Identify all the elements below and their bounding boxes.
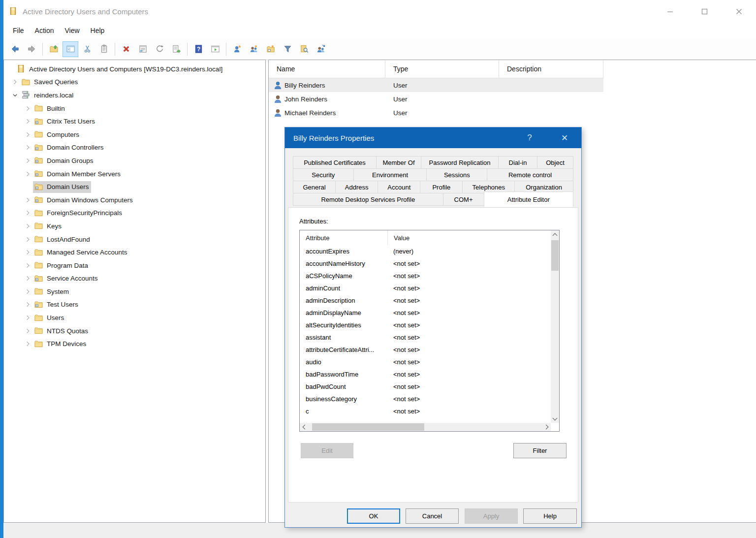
chevron-right-icon[interactable] xyxy=(22,222,33,230)
vertical-scroll-thumb[interactable] xyxy=(551,240,559,271)
tab-dial-in[interactable]: Dial-in xyxy=(498,156,537,169)
properties-button[interactable] xyxy=(135,41,151,57)
export-list-button[interactable] xyxy=(168,41,184,57)
attribute-row-badpwdcount[interactable]: badPwdCount<not set> xyxy=(300,380,551,393)
tree-node[interactable]: LostAndFound xyxy=(33,233,92,245)
column-header-name[interactable]: Name xyxy=(269,60,385,78)
tab-sessions[interactable]: Sessions xyxy=(426,168,487,181)
attribute-row-audio[interactable]: audio<not set> xyxy=(300,356,551,368)
column-header-type[interactable]: Type xyxy=(385,60,499,78)
attribute-row-badpasswordtime[interactable]: badPasswordTime<not set> xyxy=(300,368,551,380)
tree-item-foreignsecurityprincipals[interactable]: ForeignSecurityPrincipals xyxy=(4,207,265,220)
dialog-help-button[interactable]: ? xyxy=(521,127,538,148)
tree-node[interactable]: Domain Controllers xyxy=(33,142,106,154)
chevron-right-icon[interactable] xyxy=(22,209,33,218)
tree-item-reinders-local[interactable]: reinders.local xyxy=(4,89,265,102)
menu-view[interactable]: View xyxy=(59,24,85,37)
filter-button[interactable] xyxy=(280,41,295,57)
up-level-button[interactable] xyxy=(46,41,62,57)
scroll-down-icon[interactable] xyxy=(551,414,559,423)
tree-node[interactable]: Program Data xyxy=(33,259,90,271)
tab-attribute-editor[interactable]: Attribute Editor xyxy=(484,191,573,207)
tree-node[interactable]: Service Accounts xyxy=(33,273,100,285)
dialog-titlebar[interactable]: Billy Reinders Properties ? ✕ xyxy=(285,127,581,148)
attribute-row-assistant[interactable]: assistant<not set> xyxy=(300,331,551,344)
tree-node[interactable]: Builtin xyxy=(33,102,67,114)
vertical-scrollbar[interactable] xyxy=(551,230,559,423)
chevron-right-icon[interactable] xyxy=(22,143,33,152)
tree-item-domain-windows-computers[interactable]: Domain Windows Computers xyxy=(4,193,265,207)
attribute-row-c[interactable]: c<not set> xyxy=(300,405,551,417)
tab-remote-desktop-services-profile[interactable]: Remote Desktop Services Profile xyxy=(293,193,443,206)
tab-published-certificates[interactable]: Published Certificates xyxy=(293,156,377,169)
tree-item-keys[interactable]: Keys xyxy=(4,220,265,233)
tree-item-saved-queries[interactable]: Saved Queries xyxy=(4,76,265,89)
help-button[interactable]: Help xyxy=(523,508,577,524)
attribute-row-admindisplayname[interactable]: adminDisplayName<not set> xyxy=(300,307,551,319)
menu-file[interactable]: File xyxy=(7,24,30,37)
tab-object[interactable]: Object xyxy=(537,156,573,169)
tree-node[interactable]: Active Directory Users and Computers [WS… xyxy=(15,63,224,75)
list-item-billy-reinders[interactable]: Billy ReindersUser xyxy=(269,78,603,92)
close-button[interactable] xyxy=(722,0,756,23)
chevron-right-icon[interactable] xyxy=(22,261,33,270)
tree-item-managed-service-accounts[interactable]: Managed Service Accounts xyxy=(4,246,265,259)
refresh-button[interactable] xyxy=(152,41,167,57)
tree-item-users[interactable]: Users xyxy=(4,311,265,324)
list-item-john-reinders[interactable]: John ReindersUser xyxy=(269,92,603,106)
tree-node[interactable]: NTDS Quotas xyxy=(33,325,90,337)
chevron-right-icon[interactable] xyxy=(22,195,33,204)
window-play-button[interactable] xyxy=(207,41,223,57)
tree-item-test-users[interactable]: Test Users xyxy=(4,298,265,312)
add-group-button[interactable] xyxy=(246,41,262,57)
attribute-row-admincount[interactable]: adminCount<not set> xyxy=(300,282,551,294)
tree-node[interactable]: Domain Member Servers xyxy=(33,168,123,180)
chevron-right-icon[interactable] xyxy=(22,117,33,126)
tree-item-program-data[interactable]: Program Data xyxy=(4,259,265,272)
tree-item-tpm-devices[interactable]: TPM Devices xyxy=(4,337,265,350)
tree-item-builtin[interactable]: Builtin xyxy=(4,102,265,115)
chevron-right-icon[interactable] xyxy=(22,340,33,348)
add-ou-button[interactable] xyxy=(263,41,279,57)
attribute-row-businesscategory[interactable]: businessCategory<not set> xyxy=(300,393,551,405)
chevron-right-icon[interactable] xyxy=(9,78,20,87)
tab-account[interactable]: Account xyxy=(378,181,420,193)
attribute-row-admindescription[interactable]: adminDescription<not set> xyxy=(300,294,551,307)
value-column-header[interactable]: Value xyxy=(388,234,410,242)
tree-item-domain-users[interactable]: Domain Users xyxy=(4,180,265,193)
tree-node[interactable]: Domain Users xyxy=(33,181,91,193)
find-button[interactable] xyxy=(296,41,312,57)
tree-node[interactable]: System xyxy=(33,285,71,297)
tab-com+[interactable]: COM+ xyxy=(443,193,484,206)
attribute-row-acspolicyname[interactable]: aCSPolicyName<not set> xyxy=(300,270,551,282)
tree-node[interactable]: ForeignSecurityPrincipals xyxy=(33,207,124,219)
chevron-right-icon[interactable] xyxy=(22,287,33,296)
chevron-right-icon[interactable] xyxy=(22,326,33,335)
tab-member-of[interactable]: Member Of xyxy=(376,156,421,169)
tree-item-domain-controllers[interactable]: Domain Controllers xyxy=(4,141,265,155)
tree-item-system[interactable]: System xyxy=(4,285,265,298)
horizontal-scroll-thumb[interactable] xyxy=(312,423,424,431)
tab-password-replication[interactable]: Password Replication xyxy=(421,156,499,169)
tree-item-domain-member-servers[interactable]: Domain Member Servers xyxy=(4,167,265,181)
help-button[interactable]: ? xyxy=(190,41,206,57)
horizontal-scrollbar[interactable] xyxy=(300,423,551,431)
forward-button[interactable] xyxy=(24,41,39,57)
tab-address[interactable]: Address xyxy=(335,181,378,193)
tree-node[interactable]: Saved Queries xyxy=(20,76,80,88)
tab-remote-control[interactable]: Remote control xyxy=(487,168,573,181)
chevron-down-icon[interactable] xyxy=(9,91,20,99)
chevron-right-icon[interactable] xyxy=(22,169,33,178)
column-header-description[interactable]: Description xyxy=(499,60,603,78)
chevron-right-icon[interactable] xyxy=(22,235,33,244)
tab-profile[interactable]: Profile xyxy=(420,181,463,193)
delete-button[interactable] xyxy=(118,41,134,57)
tree-item-lostandfound[interactable]: LostAndFound xyxy=(4,233,265,246)
paste-button[interactable] xyxy=(96,41,112,57)
attribute-row-accountexpires[interactable]: accountExpires(never) xyxy=(300,245,551,257)
tree-item-active-directory-users-and-computers-ws19-dc3-reinders-local[interactable]: Active Directory Users and Computers [WS… xyxy=(4,63,265,76)
tree-item-computers[interactable]: Computers xyxy=(4,128,265,141)
cut-button[interactable] xyxy=(79,41,95,57)
tab-general[interactable]: General xyxy=(293,181,336,193)
tab-security[interactable]: Security xyxy=(293,168,354,181)
